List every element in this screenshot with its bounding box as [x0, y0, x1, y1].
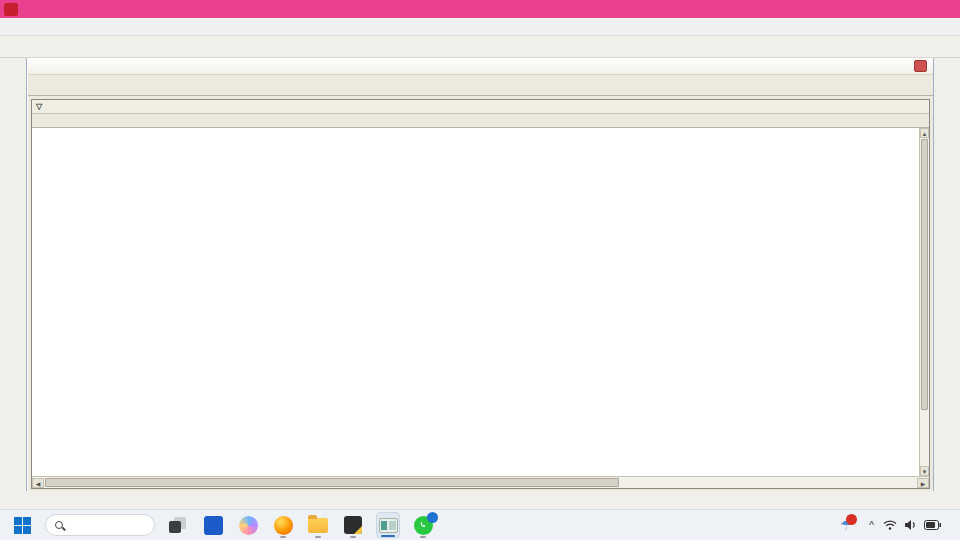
- pane-header: [28, 58, 933, 75]
- battery-icon: [924, 520, 941, 530]
- start-button[interactable]: [10, 512, 34, 538]
- scroll-right-arrow-icon[interactable]: ▶: [917, 478, 929, 488]
- folder-icon: [308, 518, 328, 533]
- windows-logo-icon: [14, 517, 31, 534]
- maximize-button[interactable]: [900, 0, 930, 18]
- display-options-bar[interactable]: ▽: [32, 100, 929, 114]
- main-area: ▽ ◀ ▶ ▲ ▼: [0, 58, 960, 491]
- screen: ▽ ◀ ▶ ▲ ▼: [0, 0, 960, 540]
- system-tray[interactable]: [883, 519, 941, 531]
- firefox-icon: [274, 516, 293, 535]
- speaker-icon: [904, 519, 917, 531]
- firefox-button[interactable]: [271, 512, 295, 538]
- vertical-scrollbar[interactable]: ▲ ▼: [919, 128, 929, 476]
- primavera-window-icon: [379, 518, 398, 533]
- copilot-button[interactable]: [236, 512, 260, 538]
- window-controls: [870, 0, 960, 18]
- dark-app-icon: [344, 516, 362, 534]
- weather-widget[interactable]: ☂: [837, 517, 860, 533]
- scroll-up-arrow-icon[interactable]: ▲: [920, 128, 929, 138]
- primavera-taskbar-button[interactable]: [376, 512, 400, 538]
- resources-table-frame: ▽ ◀ ▶ ▲ ▼: [31, 99, 930, 489]
- horizontal-scroll-thumb[interactable]: [45, 478, 619, 487]
- table-header-row: [32, 114, 929, 128]
- file-explorer-button[interactable]: [306, 512, 330, 538]
- left-toolbar-rail: [0, 58, 27, 491]
- task-view-button[interactable]: [166, 512, 190, 538]
- pane-close-button[interactable]: [914, 60, 927, 72]
- taskbar-search[interactable]: [45, 514, 155, 536]
- vertical-scroll-thumb[interactable]: [921, 139, 928, 410]
- close-button[interactable]: [930, 0, 960, 18]
- windows-taskbar: ☂ ^: [0, 509, 960, 540]
- umbrella-weather-icon: ☂: [837, 517, 855, 533]
- vertical-scroll-track[interactable]: [920, 411, 929, 466]
- scroll-down-arrow-icon[interactable]: ▼: [920, 466, 929, 476]
- app-logo: [4, 3, 18, 16]
- status-bar: [0, 491, 960, 509]
- table-body: [32, 128, 929, 476]
- minimize-button[interactable]: [870, 0, 900, 18]
- whatsapp-button[interactable]: [411, 512, 435, 538]
- task-view-icon: [169, 517, 187, 533]
- tray-overflow-button[interactable]: ^: [869, 520, 874, 531]
- taskbar-right: ☂ ^: [837, 517, 950, 533]
- copilot-icon: [239, 516, 258, 535]
- menubar: [0, 18, 960, 36]
- l-app-button[interactable]: [201, 512, 225, 538]
- wifi-icon: [883, 519, 897, 531]
- l-app-icon: [204, 516, 223, 535]
- scroll-left-arrow-icon[interactable]: ◀: [32, 478, 44, 488]
- search-icon: [55, 521, 63, 529]
- right-command-rail: [933, 58, 960, 491]
- main-toolbar: [0, 36, 960, 58]
- chevron-down-icon: ▽: [36, 102, 42, 111]
- titlebar: [0, 0, 960, 18]
- whatsapp-icon: [414, 516, 433, 535]
- horizontal-scrollbar[interactable]: ◀ ▶: [32, 476, 929, 488]
- view-tabs: [28, 75, 933, 96]
- resources-pane: ▽ ◀ ▶ ▲ ▼: [27, 58, 933, 491]
- notification-badge: [846, 514, 857, 525]
- whatsapp-badge: [427, 512, 438, 523]
- dark-app-button[interactable]: [341, 512, 365, 538]
